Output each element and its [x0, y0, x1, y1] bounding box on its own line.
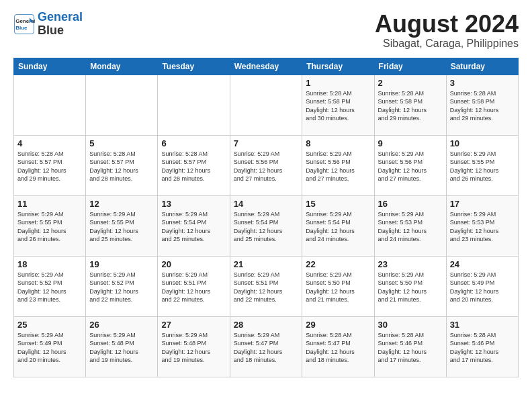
svg-text:Blue: Blue [15, 25, 28, 31]
day-number: 9 [378, 138, 443, 148]
weekday-header: Saturday [446, 58, 518, 75]
calendar-day-cell: 9Sunrise: 5:29 AM Sunset: 5:56 PM Daylig… [374, 135, 446, 195]
day-number: 24 [450, 259, 515, 269]
day-info: Sunrise: 5:29 AM Sunset: 5:48 PM Dayligh… [161, 331, 226, 365]
weekday-header: Wednesday [230, 58, 302, 75]
day-number: 29 [306, 320, 370, 330]
calendar-day-cell: 20Sunrise: 5:29 AM Sunset: 5:51 PM Dayli… [158, 256, 230, 316]
day-number: 15 [306, 199, 370, 209]
day-info: Sunrise: 5:28 AM Sunset: 5:57 PM Dayligh… [161, 150, 226, 183]
day-number: 18 [17, 259, 82, 269]
calendar-day-cell: 8Sunrise: 5:29 AM Sunset: 5:56 PM Daylig… [302, 135, 374, 195]
calendar-day-cell: 11Sunrise: 5:29 AM Sunset: 5:55 PM Dayli… [14, 195, 86, 256]
calendar-day-cell: 24Sunrise: 5:29 AM Sunset: 5:49 PM Dayli… [446, 256, 518, 316]
weekday-header: Monday [86, 58, 158, 75]
calendar-day-cell: 14Sunrise: 5:29 AM Sunset: 5:54 PM Dayli… [230, 195, 302, 256]
day-info: Sunrise: 5:29 AM Sunset: 5:50 PM Dayligh… [306, 271, 370, 304]
calendar-day-cell: 6Sunrise: 5:28 AM Sunset: 5:57 PM Daylig… [158, 135, 230, 195]
day-info: Sunrise: 5:29 AM Sunset: 5:52 PM Dayligh… [89, 271, 154, 304]
day-info: Sunrise: 5:29 AM Sunset: 5:56 PM Dayligh… [234, 150, 299, 183]
day-number: 1 [306, 78, 370, 88]
day-info: Sunrise: 5:29 AM Sunset: 5:54 PM Dayligh… [161, 210, 226, 244]
day-number: 22 [306, 259, 370, 269]
day-number: 11 [17, 199, 82, 209]
day-info: Sunrise: 5:28 AM Sunset: 5:58 PM Dayligh… [450, 89, 515, 123]
day-info: Sunrise: 5:29 AM Sunset: 5:49 PM Dayligh… [450, 271, 515, 304]
calendar-day-cell: 7Sunrise: 5:29 AM Sunset: 5:56 PM Daylig… [230, 135, 302, 195]
calendar-day-cell [158, 75, 230, 135]
calendar-day-cell: 22Sunrise: 5:29 AM Sunset: 5:50 PM Dayli… [302, 256, 374, 316]
calendar-day-cell: 10Sunrise: 5:29 AM Sunset: 5:55 PM Dayli… [446, 135, 518, 195]
day-info: Sunrise: 5:28 AM Sunset: 5:46 PM Dayligh… [450, 331, 515, 365]
day-number: 6 [161, 138, 226, 148]
day-number: 14 [234, 199, 299, 209]
calendar-day-cell: 16Sunrise: 5:29 AM Sunset: 5:53 PM Dayli… [374, 195, 446, 256]
calendar-day-cell: 1Sunrise: 5:28 AM Sunset: 5:58 PM Daylig… [302, 75, 374, 135]
title-block: August 2024 Sibagat, Caraga, Philippines [375, 11, 519, 50]
header: General Blue GeneralBlue August 2024 Sib… [13, 11, 519, 50]
calendar-day-cell: 28Sunrise: 5:29 AM Sunset: 5:47 PM Dayli… [230, 316, 302, 377]
calendar-day-cell: 31Sunrise: 5:28 AM Sunset: 5:46 PM Dayli… [446, 316, 518, 377]
day-number: 26 [89, 320, 154, 330]
calendar-day-cell: 3Sunrise: 5:28 AM Sunset: 5:58 PM Daylig… [446, 75, 518, 135]
calendar-day-cell [86, 75, 158, 135]
day-info: Sunrise: 5:29 AM Sunset: 5:49 PM Dayligh… [17, 331, 82, 365]
day-number: 7 [234, 138, 299, 148]
calendar-day-cell: 12Sunrise: 5:29 AM Sunset: 5:55 PM Dayli… [86, 195, 158, 256]
day-number: 12 [89, 199, 154, 209]
day-number: 25 [17, 320, 82, 330]
day-info: Sunrise: 5:29 AM Sunset: 5:55 PM Dayligh… [89, 210, 154, 244]
day-info: Sunrise: 5:29 AM Sunset: 5:56 PM Dayligh… [378, 150, 443, 183]
calendar-day-cell: 19Sunrise: 5:29 AM Sunset: 5:52 PM Dayli… [86, 256, 158, 316]
calendar-day-cell: 13Sunrise: 5:29 AM Sunset: 5:54 PM Dayli… [158, 195, 230, 256]
calendar-day-cell: 30Sunrise: 5:28 AM Sunset: 5:46 PM Dayli… [374, 316, 446, 377]
day-number: 20 [161, 259, 226, 269]
day-number: 21 [234, 259, 299, 269]
calendar-table: SundayMondayTuesdayWednesdayThursdayFrid… [13, 58, 519, 377]
day-number: 17 [450, 199, 515, 209]
day-number: 3 [450, 78, 515, 88]
calendar-week-row: 11Sunrise: 5:29 AM Sunset: 5:55 PM Dayli… [14, 195, 519, 256]
calendar-day-cell: 15Sunrise: 5:29 AM Sunset: 5:54 PM Dayli… [302, 195, 374, 256]
calendar-week-row: 25Sunrise: 5:29 AM Sunset: 5:49 PM Dayli… [14, 316, 519, 377]
day-info: Sunrise: 5:29 AM Sunset: 5:51 PM Dayligh… [234, 271, 299, 304]
calendar-day-cell: 2Sunrise: 5:28 AM Sunset: 5:58 PM Daylig… [374, 75, 446, 135]
day-number: 5 [89, 138, 154, 148]
day-info: Sunrise: 5:29 AM Sunset: 5:51 PM Dayligh… [161, 271, 226, 304]
calendar-week-row: 18Sunrise: 5:29 AM Sunset: 5:52 PM Dayli… [14, 256, 519, 316]
weekday-header-row: SundayMondayTuesdayWednesdayThursdayFrid… [14, 58, 519, 75]
weekday-header: Friday [374, 58, 446, 75]
day-info: Sunrise: 5:28 AM Sunset: 5:57 PM Dayligh… [17, 150, 82, 183]
calendar-day-cell: 4Sunrise: 5:28 AM Sunset: 5:57 PM Daylig… [14, 135, 86, 195]
day-info: Sunrise: 5:29 AM Sunset: 5:55 PM Dayligh… [17, 210, 82, 244]
day-number: 4 [17, 138, 82, 148]
calendar-day-cell: 23Sunrise: 5:29 AM Sunset: 5:50 PM Dayli… [374, 256, 446, 316]
calendar-day-cell: 21Sunrise: 5:29 AM Sunset: 5:51 PM Dayli… [230, 256, 302, 316]
calendar-day-cell: 26Sunrise: 5:29 AM Sunset: 5:48 PM Dayli… [86, 316, 158, 377]
logo: General Blue GeneralBlue [13, 11, 83, 38]
weekday-header: Thursday [302, 58, 374, 75]
day-number: 23 [378, 259, 443, 269]
weekday-header: Tuesday [158, 58, 230, 75]
day-info: Sunrise: 5:29 AM Sunset: 5:54 PM Dayligh… [306, 210, 370, 244]
calendar-title: August 2024 [375, 11, 519, 38]
day-info: Sunrise: 5:28 AM Sunset: 5:58 PM Dayligh… [306, 89, 370, 123]
day-info: Sunrise: 5:29 AM Sunset: 5:53 PM Dayligh… [450, 210, 515, 244]
day-info: Sunrise: 5:29 AM Sunset: 5:56 PM Dayligh… [306, 150, 370, 183]
day-info: Sunrise: 5:29 AM Sunset: 5:47 PM Dayligh… [234, 331, 299, 365]
calendar-day-cell: 27Sunrise: 5:29 AM Sunset: 5:48 PM Dayli… [158, 316, 230, 377]
calendar-subtitle: Sibagat, Caraga, Philippines [375, 38, 519, 50]
day-number: 31 [450, 320, 515, 330]
day-info: Sunrise: 5:28 AM Sunset: 5:58 PM Dayligh… [378, 89, 443, 123]
day-number: 27 [161, 320, 226, 330]
calendar-day-cell: 18Sunrise: 5:29 AM Sunset: 5:52 PM Dayli… [14, 256, 86, 316]
day-number: 10 [450, 138, 515, 148]
day-number: 28 [234, 320, 299, 330]
day-info: Sunrise: 5:29 AM Sunset: 5:52 PM Dayligh… [17, 271, 82, 304]
day-info: Sunrise: 5:28 AM Sunset: 5:46 PM Dayligh… [378, 331, 443, 365]
day-number: 8 [306, 138, 370, 148]
day-info: Sunrise: 5:28 AM Sunset: 5:57 PM Dayligh… [89, 150, 154, 183]
calendar-day-cell [14, 75, 86, 135]
calendar-day-cell [230, 75, 302, 135]
day-number: 19 [89, 259, 154, 269]
